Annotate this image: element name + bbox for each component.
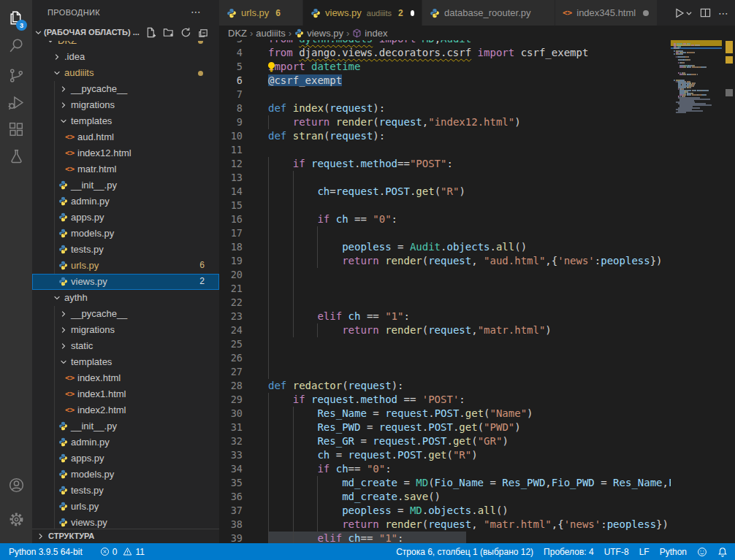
settings-gear-icon[interactable] [0, 505, 32, 533]
tree-item-index1-html[interactable]: <>index1.html [32, 386, 219, 402]
code-line-11[interactable]: 11 [219, 143, 671, 157]
code-line-21[interactable]: 21 [219, 282, 671, 296]
code-line-19[interactable]: 19 return render(request, "aud.html",{'n… [219, 254, 671, 268]
cursor-position-item[interactable]: Строка 6, столбец 1 (выбрано 12) [391, 543, 538, 560]
tree-item-tests-py[interactable]: tests.py [32, 242, 219, 258]
tree-item-apps-py[interactable]: apps.py [32, 450, 219, 467]
code-line-8[interactable]: 8def index(request): [219, 101, 671, 115]
collapse-all-icon[interactable] [198, 27, 209, 38]
code-line-12[interactable]: 12 if request.method=="POST": [219, 157, 671, 171]
tree-item-urls-py[interactable]: urls.py6 [32, 258, 219, 274]
code-line-35[interactable]: 35 md_create = MD(Fio_Name = Res_PWD,Fio… [219, 476, 671, 490]
modified-dot-icon[interactable] [643, 10, 649, 16]
tab-urls-py[interactable]: urls.py 6 [219, 0, 303, 26]
tree-item-aythh[interactable]: aythh [32, 290, 219, 306]
code-line-6[interactable]: 6@csrf_exempt [219, 74, 671, 88]
code-line-16[interactable]: 16 if ch == "0": [219, 212, 671, 226]
tree-item-templates[interactable]: templates [32, 354, 219, 370]
breadcrumb-item[interactable]: audiiits [256, 28, 285, 39]
code-line-10[interactable]: 10def stran(request): [219, 129, 671, 143]
indentation-item[interactable]: Пробелов: 4 [538, 543, 599, 560]
code-line-32[interactable]: 32 Res_GR = request.POST.get("GR") [219, 434, 671, 448]
code-line-26[interactable]: 26 [219, 351, 671, 365]
code-line-7[interactable]: 7 [219, 88, 671, 101]
code-line-31[interactable]: 31 Res_PWD = request.POST.get("PWD") [219, 421, 671, 434]
code-line-34[interactable]: 34 if ch== "0": [219, 462, 671, 476]
code-line-17[interactable]: 17 [219, 226, 671, 240]
code-line-30[interactable]: 30 Res_Name = request.POST.get("Name") [219, 407, 671, 421]
code-line-28[interactable]: 28def redactor(request): [219, 379, 671, 393]
explorer-icon[interactable]: 3 [0, 4, 32, 31]
code-line-14[interactable]: 14 ch=request.POST.get("R") [219, 185, 671, 199]
refresh-icon[interactable] [180, 27, 191, 38]
extensions-icon[interactable] [0, 115, 32, 143]
new-file-icon[interactable] [145, 27, 156, 38]
tree-item-index2-html[interactable]: <>index2.html [32, 402, 219, 418]
tab-database-roouter-py[interactable]: database_roouter.py [422, 0, 555, 26]
notifications-bell-icon[interactable] [712, 543, 735, 560]
minimap[interactable] [671, 40, 723, 543]
breadcrumb-item[interactable]: index [365, 28, 387, 39]
code-line-4[interactable]: 4from django.views.decorators.csrf impor… [219, 46, 671, 60]
tab-index345-html[interactable]: <> index345.html [555, 0, 658, 26]
breadcrumb-item[interactable]: views.py [307, 28, 343, 39]
code-line-13[interactable]: 13 [219, 171, 671, 185]
code-line-9[interactable]: 9 return render(request,"index12.html") [219, 115, 671, 129]
code-line-27[interactable]: 27 [219, 365, 671, 379]
code-line-3[interactable]: 3from aythh.models import MD,Audit [219, 40, 671, 46]
code-line-33[interactable]: 33 ch = request.POST.get("R") [219, 448, 671, 462]
tree-item--pycache-[interactable]: __pycache__ [32, 81, 219, 97]
eol-item[interactable]: LF [634, 543, 655, 560]
code-line-25[interactable]: 25 [219, 337, 671, 351]
tree-item-apps-py[interactable]: apps.py [32, 210, 219, 226]
tree-item-index12-html[interactable]: <>index12.html [32, 145, 219, 161]
tree-item-DKZ[interactable]: DKZ [32, 41, 219, 49]
tree-item--idea[interactable]: .idea [32, 49, 219, 65]
account-icon[interactable] [0, 471, 32, 499]
search-icon[interactable] [0, 31, 32, 59]
code-line-20[interactable]: 20 [219, 268, 671, 282]
tree-item-templates[interactable]: templates [32, 113, 219, 129]
code-line-39[interactable]: 39 elif ch== "1": [219, 532, 671, 543]
tab-views-py[interactable]: views.py audiiits 2 [303, 0, 422, 26]
new-folder-icon[interactable] [163, 27, 174, 38]
feedback-smiley-icon[interactable] [692, 543, 712, 560]
code-line-37[interactable]: 37 peopless = MD.objects.all() [219, 504, 671, 518]
problems-item[interactable]: 0 11 [95, 543, 150, 560]
tree-item-views-py[interactable]: views.py [32, 515, 219, 529]
code-line-18[interactable]: 18 peopless = Audit.objects.all() [219, 240, 671, 254]
language-mode-item[interactable]: Python [655, 543, 692, 560]
code-line-36[interactable]: 36 md_create.save() [219, 490, 671, 504]
tree-item-views-py[interactable]: views.py2 [32, 274, 219, 290]
tree-item-admin-py[interactable]: admin.py [32, 434, 219, 450]
tree-item-urls-py[interactable]: urls.py [32, 499, 219, 515]
lightbulb-icon[interactable] [266, 61, 277, 72]
code-line-15[interactable]: 15 [219, 199, 671, 212]
tree-item-admin-py[interactable]: admin.py [32, 193, 219, 210]
modified-dot-icon[interactable] [411, 10, 414, 16]
split-editor-icon[interactable] [700, 7, 711, 18]
tree-item-migrations[interactable]: migrations [32, 97, 219, 113]
tree-item-models-py[interactable]: models.py [32, 226, 219, 242]
code-line-23[interactable]: 23 elif ch == "1": [219, 310, 671, 323]
code-line-22[interactable]: 22 [219, 296, 671, 310]
tree-item-static[interactable]: static [32, 338, 219, 354]
python-version-item[interactable]: Python 3.9.5 64-bit [4, 543, 88, 560]
tree-item-migrations[interactable]: migrations [32, 322, 219, 338]
tree-item-models-py[interactable]: models.py [32, 467, 219, 483]
run-button-icon[interactable] [674, 7, 693, 19]
breadcrumb-item[interactable]: DKZ [228, 28, 247, 39]
workspace-section-header[interactable]: (РАБОЧАЯ ОБЛАСТЬ) ... [32, 25, 219, 41]
tree-item--init-py[interactable]: __init__.py [32, 418, 219, 434]
code-line-38[interactable]: 38 return render(request, "matr.html",{'… [219, 518, 671, 532]
tree-item-aud-html[interactable]: <>aud.html [32, 129, 219, 145]
run-debug-icon[interactable] [0, 88, 32, 116]
testing-icon[interactable] [0, 142, 32, 170]
tree-item--pycache-[interactable]: __pycache__ [32, 306, 219, 322]
code-line-24[interactable]: 24 return render(request,"matr.html") [219, 323, 671, 337]
code-editor[interactable]: 3from aythh.models import MD,Audit4from … [219, 40, 671, 543]
tree-item--init-py[interactable]: __init__.py [32, 177, 219, 193]
code-line-29[interactable]: 29 if request.method == 'POST': [219, 393, 671, 407]
tree-item-tests-py[interactable]: tests.py [32, 483, 219, 499]
sidebar-more-actions-icon[interactable]: ⋯ [191, 6, 202, 18]
